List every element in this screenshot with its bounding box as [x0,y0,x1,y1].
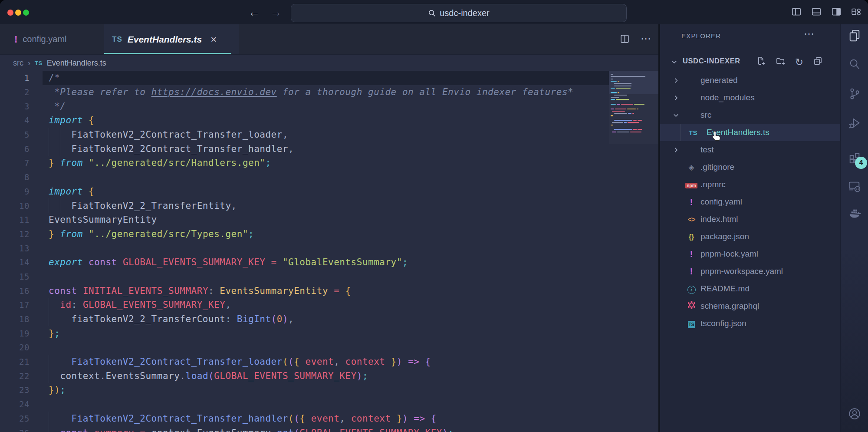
refresh-icon[interactable]: ↻ [795,57,803,67]
code-text: } from "../generated/src/Handlers.gen"; [38,158,271,168]
toggle-primary-sidebar-icon[interactable] [791,6,802,19]
code-line-25[interactable]: 25 FiatTokenV2_2Contract_Transfer_handle… [0,412,659,426]
history-back-icon[interactable]: ← [248,5,260,19]
views-more-actions-icon[interactable]: ⋯ [804,28,814,40]
line-number: 20 [0,343,38,352]
code-line-22[interactable]: 22 context.EventsSummary.load(GLOBAL_EVE… [0,369,659,383]
minimap-line [614,86,631,86]
minimap[interactable] [609,71,658,144]
code-line-2[interactable]: 2 *Please refer to https://docs.envio.de… [0,85,659,99]
file-item-.npmrc[interactable]: npm.npmrc [660,176,840,193]
code-line-18[interactable]: 18 fiatTokenV2_2_TransferCount: BigInt(0… [0,312,659,326]
code-text: FiatTokenV2_2Contract_Transfer_loader(({… [38,356,431,367]
code-line-15[interactable]: 15 [0,270,659,284]
code-line-20[interactable]: 20 [0,340,659,355]
minimap-line [611,81,617,82]
minimap-slider[interactable] [609,71,658,94]
code-line-26[interactable]: 26 const summary = context.EventsSummary… [0,425,659,432]
command-center-text: usdc-indexer [440,8,490,18]
file-label: test [700,145,714,155]
command-center-search[interactable]: usdc-indexer [291,4,627,22]
window-zoom-button[interactable] [23,10,29,16]
tab-config-yaml[interactable]: ! config.yaml [11,24,95,54]
code-line-4[interactable]: 4import { [0,113,659,128]
file-label: pnpm-workspace.yaml [700,267,783,276]
line-number: 14 [0,257,38,267]
docker-activity-docker-icon[interactable] [848,207,861,220]
minimap-line [611,109,614,109]
code-line-6[interactable]: 6 FiatTokenV2_2Contract_Transfer_handler… [0,142,659,156]
file-item-.gitignore[interactable]: ◈.gitignore [660,158,840,176]
new-file-icon[interactable] [756,56,766,68]
run-and-debug-activity-debug-icon[interactable] [848,117,861,130]
minimap-line [634,104,644,105]
indent-guide [49,128,49,142]
code-line-17[interactable]: 17 id: GLOBAL_EVENTS_SUMMARY_KEY, [0,298,659,312]
code-line-16[interactable]: 16const INITIAL_EVENTS_SUMMARY: EventsSu… [0,284,659,298]
line-number: 2 [0,87,38,97]
code-line-9[interactable]: 9import { [0,185,659,199]
explorer-toolbar: ↻ [756,56,823,68]
active-tab-indicator [104,53,231,54]
code-line-14[interactable]: 14export const GLOBAL_EVENTS_SUMMARY_KEY… [0,255,659,270]
new-folder-icon[interactable] [776,56,786,68]
file-label: schema.graphql [700,301,759,311]
breadcrumb-folder[interactable]: src [13,59,23,68]
breadcrumb-file[interactable]: EventHandlers.ts [47,59,106,68]
minimap-line [611,76,645,77]
code-text: export const GLOBAL_EVENTS_SUMMARY_KEY =… [38,257,408,267]
folder-item-test[interactable]: test [660,141,840,158]
window-minimize-button[interactable] [15,10,21,16]
tab-bar: ! config.yaml TS EventHandlers.ts × ⋯ [0,24,659,55]
file-label: tsconfig.json [700,319,746,328]
customize-layout-icon[interactable] [851,6,862,19]
tab-label: config.yaml [23,34,66,44]
folder-item-node_modules[interactable]: node_modules [660,89,840,106]
code-line-24[interactable]: 24 [0,397,659,412]
breadcrumb: src › TS EventHandlers.ts [0,55,659,72]
minimap-line [611,92,617,93]
svg-text:><: >< [855,188,859,191]
folder-item-generated[interactable]: generated [660,72,840,89]
file-item-index.html[interactable]: <>index.html [660,211,840,228]
split-editor-icon[interactable] [619,33,630,44]
code-line-13[interactable]: 13 [0,241,659,255]
code-line-11[interactable]: 11EventsSummaryEntity [0,213,659,227]
search-activity-search-icon[interactable] [848,58,861,71]
code-line-7[interactable]: 7} from "../generated/src/Handlers.gen"; [0,156,659,170]
toggle-secondary-sidebar-icon[interactable] [831,6,842,19]
code-line-8[interactable]: 8 [0,170,659,185]
project-root-row[interactable]: USDC-INDEXER ↻ [660,53,840,71]
history-forward-icon[interactable]: → [270,5,282,19]
window-close-button[interactable] [7,10,13,16]
more-actions-icon[interactable]: ⋯ [641,32,651,45]
code-line-19[interactable]: 19}; [0,326,659,340]
code-editor[interactable]: 1/*2 *Please refer to https://docs.envio… [0,71,659,432]
toggle-panel-icon[interactable] [811,6,822,19]
code-line-12[interactable]: 12} from "../generated/src/Types.gen"; [0,227,659,241]
file-item-pnpm-workspace.yaml[interactable]: !pnpm-workspace.yaml [660,263,840,280]
code-text: FiatTokenV2_2Contract_Transfer_handler((… [38,413,437,424]
code-line-23[interactable]: 23}); [0,383,659,397]
minimap-line [616,99,629,100]
code-line-3[interactable]: 3 */ [0,99,659,113]
explorer-activity-files-icon[interactable] [848,29,861,42]
file-item-config.yaml[interactable]: !config.yaml [660,193,840,211]
tab-close-icon[interactable]: × [210,33,217,46]
code-line-1[interactable]: 1/* [0,71,659,85]
collapse-all-icon[interactable] [813,56,823,68]
file-item-tsconfig.json[interactable]: TStsconfig.json [660,315,840,332]
file-item-README.md[interactable]: iREADME.md [660,280,840,297]
file-item-EventHandlers.ts[interactable]: TSEventHandlers.ts [660,124,840,141]
file-item-pnpm-lock.yaml[interactable]: !pnpm-lock.yaml [660,245,840,263]
accounts-account-icon[interactable] [848,407,861,420]
folder-item-src[interactable]: src [660,106,840,124]
code-line-5[interactable]: 5 FiatTokenV2_2Contract_Transfer_loader, [0,128,659,142]
code-line-21[interactable]: 21 FiatTokenV2_2Contract_Transfer_loader… [0,355,659,369]
remote-explorer-activity-remote-icon[interactable]: >< [848,179,861,192]
file-item-package.json[interactable]: {}package.json [660,228,840,245]
tab-eventhandlers-ts[interactable]: TS EventHandlers.ts × [104,24,239,54]
code-line-10[interactable]: 10 FiatTokenV2_2_TransferEntity, [0,198,659,213]
file-item-schema.graphql[interactable]: schema.graphql [660,297,840,315]
source-control-activity-git-branch-icon[interactable] [848,87,861,100]
